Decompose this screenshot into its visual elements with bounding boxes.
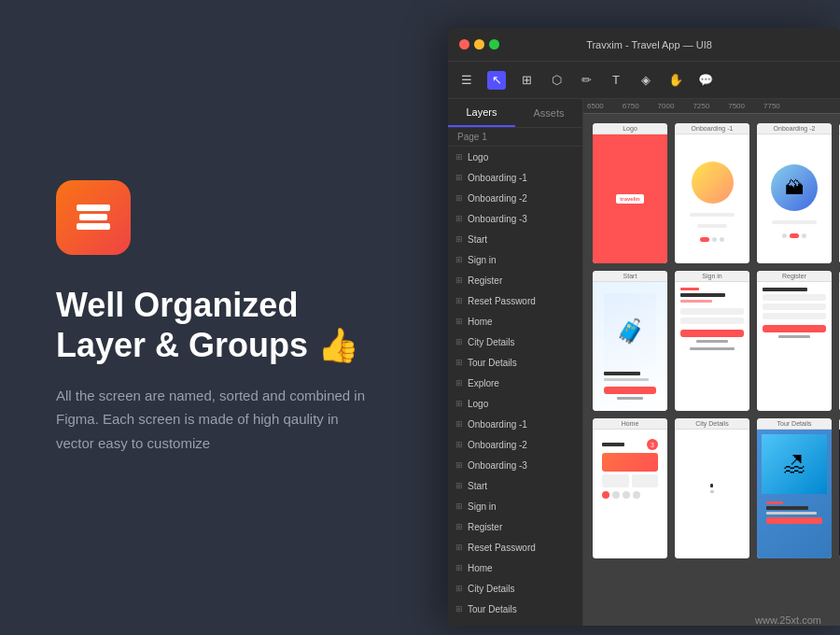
layer-name: Onboarding -1: [468, 419, 527, 430]
figma-title: Travxim - Travel App — UI8: [469, 39, 829, 50]
hand-icon[interactable]: ✋: [666, 71, 685, 90]
layer-name: Reset Password: [468, 296, 536, 306]
screen-home[interactable]: Home 3: [593, 418, 667, 558]
layer-cross-icon: ⊞: [455, 255, 463, 264]
layer-item[interactable]: ⊞Start: [448, 475, 582, 496]
ruler-mark: 7750: [763, 102, 780, 110]
screen-onboard2-label: Onboarding -2: [757, 123, 832, 134]
figma-toolbar: ☰ ↖ ⊞ ⬡ ✏ T ◈ ✋ 💬: [448, 62, 840, 99]
screen-tour-label: Tour Details: [757, 418, 832, 430]
layer-item[interactable]: ⊞Onboarding -2: [448, 434, 582, 455]
layer-cross-icon: ⊞: [455, 460, 463, 470]
figma-window: Travxim - Travel App — UI8 ☰ ↖ ⊞ ⬡ ✏ T ◈…: [448, 28, 840, 626]
layer-name: Onboarding -2: [468, 193, 527, 204]
layer-item[interactable]: ⊞Reset Password: [448, 290, 582, 311]
layer-item[interactable]: ⊞Explore: [448, 619, 582, 626]
text-icon[interactable]: T: [607, 71, 625, 90]
layer-name: Logo: [468, 152, 488, 162]
layer-name: Home: [468, 563, 493, 573]
layer-name: Onboarding -2: [468, 440, 527, 450]
layer-item[interactable]: ⊞Sign in: [448, 496, 582, 516]
layer-item[interactable]: ⊞Register: [448, 270, 582, 290]
canvas-ruler: 6500 6750 7000 7250 7500 7750: [583, 99, 840, 114]
layer-cross-icon: ⊞: [455, 563, 463, 572]
layer-item[interactable]: ⊞Logo: [448, 393, 582, 414]
close-button[interactable]: [459, 39, 469, 49]
tab-layers[interactable]: Layers: [448, 99, 515, 127]
layer-cross-icon: ⊞: [455, 317, 463, 326]
pen-icon[interactable]: ✏: [577, 71, 595, 90]
screen-onboard1[interactable]: Onboarding -1: [675, 123, 749, 263]
screen-tour[interactable]: Tour Details 🏖: [757, 418, 832, 558]
screen-register-inner: [757, 282, 832, 411]
app-icon: [56, 180, 131, 255]
layer-cross-icon: ⊞: [455, 481, 463, 490]
tab-assets[interactable]: Assets: [515, 99, 582, 127]
layer-item[interactable]: ⊞Tour Details: [448, 352, 582, 373]
screen-city-label: City Details: [675, 418, 749, 430]
screen-onboard2[interactable]: Onboarding -2 🏔: [757, 123, 832, 263]
page-label: Page 1: [448, 128, 582, 147]
layer-cross-icon: ⊞: [455, 234, 463, 244]
layer-cross-icon: ⊞: [455, 419, 463, 429]
screen-start-label: Start: [593, 271, 667, 282]
screen-start-inner: 🧳: [593, 282, 667, 411]
layer-name: City Details: [468, 337, 515, 347]
frame-icon[interactable]: ⊞: [517, 71, 536, 90]
layer-name: Explore: [468, 625, 499, 627]
screen-logo-inner: travelin: [593, 134, 667, 263]
layer-item[interactable]: ⊞Home: [448, 557, 582, 578]
layer-cross-icon: ⊞: [455, 337, 463, 346]
comment-icon[interactable]: 💬: [696, 71, 715, 90]
layer-item[interactable]: ⊞Register: [448, 516, 582, 537]
layer-name: Tour Details: [468, 604, 517, 614]
layer-name: Onboarding -3: [468, 460, 527, 471]
layer-item[interactable]: ⊞Reset Password: [448, 537, 582, 557]
screen-logo-label: Logo: [593, 123, 667, 134]
layer-cross-icon: ⊞: [455, 440, 463, 449]
layer-item[interactable]: ⊞Onboarding -1: [448, 414, 582, 434]
resource-icon[interactable]: ◈: [637, 71, 655, 90]
screen-register[interactable]: Register: [757, 271, 832, 411]
layer-item[interactable]: ⊞Onboarding -3: [448, 208, 582, 229]
screen-signin[interactable]: Sign in: [675, 271, 749, 411]
menu-icon[interactable]: ☰: [457, 71, 476, 90]
layer-cross-icon: ⊞: [455, 522, 463, 531]
layer-item[interactable]: ⊞Explore: [448, 373, 582, 393]
ruler-mark: 7250: [693, 102, 709, 110]
screen-start[interactable]: Start 🧳: [593, 271, 667, 411]
layer-cross-icon: ⊞: [455, 214, 463, 223]
layer-item[interactable]: ⊞Sign in: [448, 249, 582, 270]
layer-item[interactable]: ⊞Start: [448, 229, 582, 249]
layer-name: Reset Password: [468, 543, 536, 553]
move-icon[interactable]: ↖: [487, 71, 506, 90]
layer-name: Sign in: [468, 501, 497, 512]
layer-item[interactable]: ⊞Onboarding -1: [448, 167, 582, 188]
layer-item[interactable]: ⊞Tour Details: [448, 599, 582, 619]
layer-cross-icon: ⊞: [455, 584, 463, 593]
screen-signin-label: Sign in: [675, 271, 749, 282]
layer-item[interactable]: ⊞Logo: [448, 147, 582, 167]
layer-cross-icon: ⊞: [455, 193, 463, 203]
layer-name: Onboarding -3: [468, 214, 527, 224]
layer-name: Logo: [468, 399, 488, 409]
screen-onboard2-inner: 🏔: [757, 134, 832, 263]
screen-home-label: Home: [593, 418, 667, 430]
subtext: All the screen are named, sorted and com…: [56, 384, 373, 456]
layer-item[interactable]: ⊞Onboarding -3: [448, 455, 582, 475]
ruler-mark: 7500: [728, 102, 745, 110]
screen-logo[interactable]: Logo travelin: [593, 123, 667, 263]
logo-badge: travelin: [616, 194, 643, 204]
screen-onboard1-label: Onboarding -1: [675, 123, 749, 134]
layer-cross-icon: ⊞: [455, 296, 463, 305]
layer-name: City Details: [468, 584, 515, 594]
layer-item[interactable]: ⊞Home: [448, 311, 582, 332]
canvas-area[interactable]: 6500 6750 7000 7250 7500 7750 Logo trave…: [583, 99, 840, 626]
shape-icon[interactable]: ⬡: [547, 71, 566, 90]
layer-cross-icon: ⊞: [455, 625, 463, 626]
layer-item[interactable]: ⊞Onboarding -2: [448, 188, 582, 208]
layer-item[interactable]: ⊞City Details: [448, 332, 582, 352]
screen-city[interactable]: City Details 🗼: [675, 418, 749, 558]
layer-item[interactable]: ⊞City Details: [448, 578, 582, 599]
ruler-mark: 6750: [623, 102, 639, 110]
